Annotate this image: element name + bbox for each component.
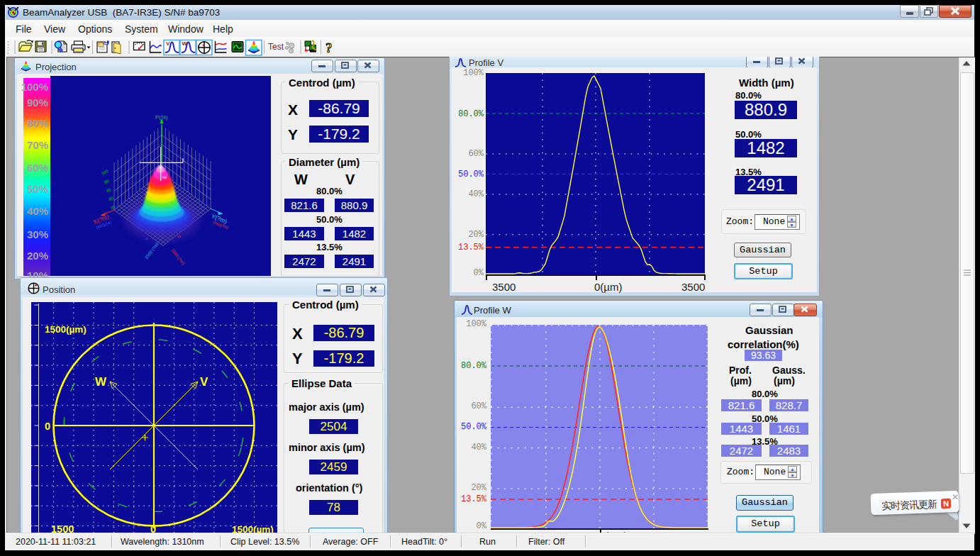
svg-text:0: 0 [45,421,50,432]
svg-text:V: V [166,40,170,47]
svg-text:1500(µm): 1500(µm) [232,524,274,533]
svg-text:V: V [200,375,208,389]
svg-text:1500(µm): 1500(µm) [45,324,87,335]
svg-text:hv: hv [162,175,167,179]
svg-text:?: ? [325,40,333,55]
svg-text:W: W [182,40,188,47]
svg-text:Test: Test [268,42,284,52]
svg-text:P(%): P(%) [155,114,168,121]
svg-text:0: 0 [150,523,156,533]
svg-text:W: W [95,375,107,389]
svg-text:1500: 1500 [51,523,74,533]
